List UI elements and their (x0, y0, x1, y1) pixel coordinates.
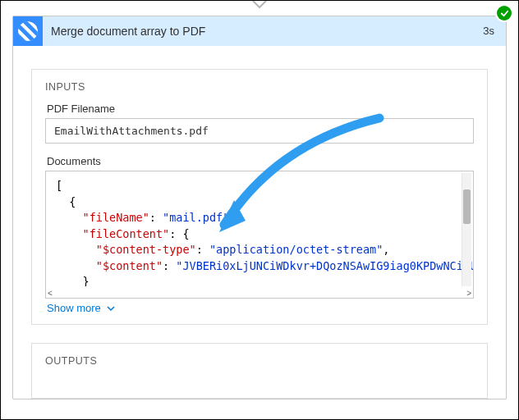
flow-connector-chevron-icon (248, 0, 271, 15)
pdf-filename-label: PDF Filename (47, 103, 474, 115)
documents-json-text: [ { "fileName": "mail.pdf", "fileContent… (46, 171, 473, 286)
action-card: Merge document array to PDF 3s INPUTS PD… (12, 16, 507, 399)
outputs-section-title: OUTPUTS (45, 355, 474, 367)
chevron-down-icon (106, 304, 116, 313)
card-title: Merge document array to PDF (43, 16, 471, 46)
json-vertical-scrollbar[interactable] (462, 173, 471, 286)
show-more-link[interactable]: Show more (45, 299, 116, 316)
card-duration: 3s (471, 16, 506, 46)
status-success-badge (497, 6, 512, 21)
pdf-filename-field[interactable] (45, 118, 474, 144)
documents-label: Documents (47, 155, 474, 167)
scroll-right-icon[interactable]: > (466, 289, 471, 298)
inputs-section-title: INPUTS (45, 81, 474, 93)
scrollbar-thumb[interactable] (463, 189, 471, 224)
inputs-section: INPUTS PDF Filename Documents [ { "fileN… (31, 69, 488, 325)
show-more-label: Show more (47, 302, 101, 314)
app-icon (13, 16, 43, 46)
json-horizontal-scrollbar[interactable]: <> (48, 289, 471, 297)
outputs-section: OUTPUTS (31, 343, 488, 399)
scroll-left-icon[interactable]: < (48, 289, 53, 298)
card-header[interactable]: Merge document array to PDF 3s (13, 16, 506, 46)
documents-json-box[interactable]: [ { "fileName": "mail.pdf", "fileContent… (45, 171, 474, 299)
